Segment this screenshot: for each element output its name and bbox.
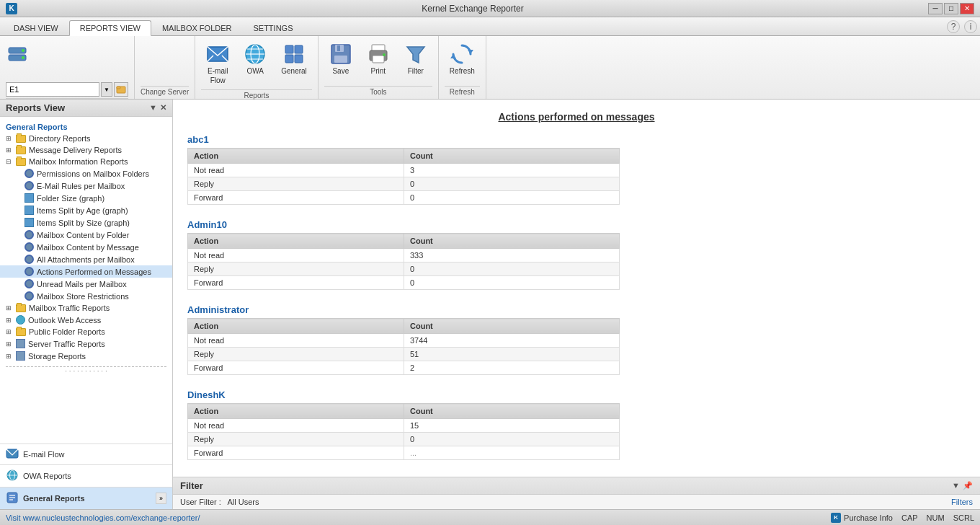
server-folder-button[interactable] bbox=[114, 82, 128, 97]
chart-icon bbox=[24, 218, 34, 227]
refresh-label: Refresh bbox=[450, 67, 475, 75]
svg-marker-28 bbox=[450, 54, 456, 58]
server-icon bbox=[16, 339, 25, 348]
filter-title: Filter bbox=[180, 480, 203, 491]
expand-icon: ⊞ bbox=[6, 353, 13, 360]
sidebar-bottom-email-flow[interactable]: E-mail Flow bbox=[0, 444, 172, 464]
title-bar: K Kernel Exchange Reporter ─ □ ✕ bbox=[0, 0, 980, 17]
user-section-dineshk: DineshK Action Count Not read 15 bbox=[187, 389, 966, 460]
tree-item-items-age[interactable]: Items Split by Age (graph) bbox=[0, 204, 172, 216]
refresh-group-label: Refresh bbox=[445, 86, 480, 99]
info-icon[interactable]: i bbox=[964, 20, 977, 33]
tree-item-server-traffic[interactable]: ⊞ Server Traffic Reports bbox=[0, 338, 172, 350]
col-action: Action bbox=[188, 149, 404, 164]
tab-mailbox-folder[interactable]: MAILBOX FOLDER bbox=[151, 20, 243, 35]
tree-item-storage[interactable]: ⊞ Storage Reports bbox=[0, 350, 172, 362]
server-dropdown-button[interactable]: ▼ bbox=[101, 82, 112, 97]
tree-item-mailbox-store[interactable]: Mailbox Store Restrictions bbox=[0, 290, 172, 302]
save-button[interactable]: Save bbox=[324, 39, 357, 79]
minimize-button[interactable]: ─ bbox=[928, 3, 943, 14]
server-input[interactable] bbox=[6, 82, 99, 97]
help-icon[interactable]: ? bbox=[947, 20, 960, 33]
sidebar-bottom-owa-reports[interactable]: OWA Reports bbox=[0, 464, 172, 487]
filter-collapse-icon[interactable]: ▼ bbox=[952, 481, 960, 490]
email-flow-label: E-mail bbox=[208, 67, 228, 75]
print-button[interactable]: Print bbox=[362, 39, 395, 79]
gear-icon bbox=[24, 169, 34, 178]
tree-item-message-delivery[interactable]: ⊞ Message Delivery Reports bbox=[0, 144, 172, 156]
tools-ribbon-group: Save Print bbox=[318, 36, 439, 99]
tree-label: Folder Size (graph) bbox=[37, 194, 104, 203]
tree-label: Mailbox Content by Message bbox=[37, 243, 139, 252]
table-row: Reply 51 bbox=[188, 348, 620, 361]
user-name: abc1 bbox=[187, 134, 966, 145]
tree-item-all-attachments[interactable]: All Attachments per Mailbox bbox=[0, 253, 172, 265]
tree-label: Items Split by Size (graph) bbox=[37, 219, 130, 227]
user-name: DineshK bbox=[187, 389, 966, 400]
action-cell: Not read bbox=[188, 164, 404, 177]
owa-button[interactable]: OWA bbox=[239, 39, 272, 79]
count-cell: 15 bbox=[404, 419, 620, 433]
filter-button[interactable]: Filter bbox=[399, 39, 432, 79]
action-cell: Not read bbox=[188, 334, 404, 348]
col-count: Count bbox=[404, 404, 620, 419]
svg-rect-17 bbox=[295, 55, 303, 63]
tree-item-actions-performed[interactable]: Actions Performed on Messages bbox=[0, 265, 172, 278]
purchase-info[interactable]: Purchase Info bbox=[844, 513, 893, 522]
tree-item-items-size[interactable]: Items Split by Size (graph) bbox=[0, 216, 172, 229]
user-section-abc1: abc1 Action Count Not read 3 bbox=[187, 134, 966, 205]
reports-icon bbox=[6, 491, 19, 506]
user-name: Admin10 bbox=[187, 219, 966, 230]
website-link[interactable]: Visit www.nucleustechnologies.com/exchan… bbox=[6, 513, 200, 522]
owa-label: OWA bbox=[247, 67, 264, 75]
tree-item-outlook-web[interactable]: ⊞ Outlook Web Access bbox=[0, 314, 172, 326]
tree-item-mailbox-info[interactable]: ⊟ Mailbox Information Reports bbox=[0, 156, 172, 167]
expand-icon: ⊞ bbox=[6, 340, 13, 348]
expand-icon: ⊞ bbox=[6, 328, 13, 335]
report-title: Actions performed on messages bbox=[187, 111, 966, 123]
filter-bar: Filter ▼ 📌 User Filter : All Users Filte… bbox=[173, 477, 980, 509]
sidebar-header-icons: ▼ ✕ bbox=[149, 103, 166, 112]
maximize-button[interactable]: □ bbox=[944, 3, 958, 14]
ribbon: ▼ Active Server Change Server bbox=[0, 36, 980, 100]
email-flow-nav-label: E-mail Flow bbox=[23, 450, 64, 459]
action-cell: Reply bbox=[188, 262, 404, 276]
tab-dash-view[interactable]: DASH VIEW bbox=[3, 20, 69, 35]
tree-item-mailbox-content-message[interactable]: Mailbox Content by Message bbox=[0, 241, 172, 253]
email-flow-button[interactable]: E-mail Flow bbox=[201, 39, 234, 88]
filter-pin-icon[interactable]: 📌 bbox=[963, 481, 973, 490]
num-indicator: NUM bbox=[927, 513, 945, 522]
tree-item-permissions[interactable]: Permissions on Mailbox Folders bbox=[0, 167, 172, 180]
server-input-wrap: ▼ bbox=[6, 82, 128, 97]
tab-reports-view[interactable]: REPORTS VIEW bbox=[69, 20, 151, 36]
user-section-administrator: Administrator Action Count Not read 3744 bbox=[187, 304, 966, 375]
filters-link[interactable]: Filters bbox=[951, 498, 973, 506]
sidebar-pin-icon[interactable]: ▼ bbox=[149, 103, 157, 112]
sidebar-expand-button[interactable]: » bbox=[156, 493, 166, 504]
refresh-button[interactable]: Refresh bbox=[445, 39, 480, 79]
action-cell: Not read bbox=[188, 249, 404, 262]
general-button[interactable]: General bbox=[276, 39, 312, 79]
data-table: Action Count Not read 333 Reply 0 bbox=[187, 233, 620, 290]
tab-settings[interactable]: SETTINGS bbox=[242, 20, 303, 35]
sidebar-bottom-general-reports[interactable]: General Reports » bbox=[0, 487, 172, 509]
tree-item-unread-mails[interactable]: Unread Mails per Mailbox bbox=[0, 278, 172, 290]
tree-item-mailbox-traffic[interactable]: ⊞ Mailbox Traffic Reports bbox=[0, 302, 172, 314]
filter-icon bbox=[404, 43, 427, 66]
expand-icon: ⊞ bbox=[6, 304, 13, 312]
action-cell: Forward bbox=[188, 361, 404, 375]
change-server-group: Change Server bbox=[135, 36, 195, 99]
tree-label: Server Traffic Reports bbox=[28, 340, 105, 348]
close-button[interactable]: ✕ bbox=[960, 3, 974, 14]
folder-icon bbox=[16, 146, 26, 154]
tree-item-directory[interactable]: ⊞ Directory Reports bbox=[0, 133, 172, 144]
sidebar-close-icon[interactable]: ✕ bbox=[160, 103, 166, 112]
tree-item-mailbox-content-folder[interactable]: Mailbox Content by Folder bbox=[0, 229, 172, 241]
tree-item-public-folder[interactable]: ⊞ Public Folder Reports bbox=[0, 326, 172, 338]
tree-item-email-rules[interactable]: E-Mail Rules per Mailbox bbox=[0, 180, 172, 192]
tree-item-folder-size[interactable]: Folder Size (graph) bbox=[0, 192, 172, 204]
tree-label: All Attachments per Mailbox bbox=[37, 255, 135, 264]
svg-point-2 bbox=[22, 49, 24, 52]
table-row: Not read 15 bbox=[188, 419, 620, 433]
count-cell: 0 bbox=[404, 276, 620, 290]
